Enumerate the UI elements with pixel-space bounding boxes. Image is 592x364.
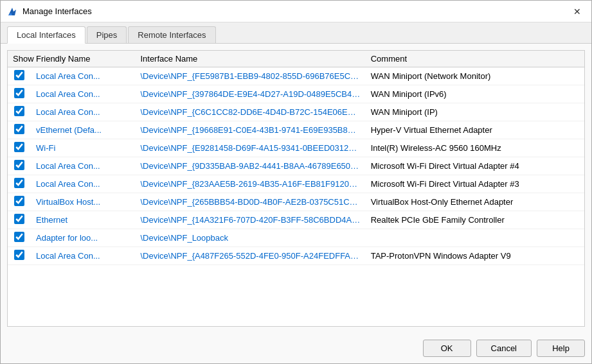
tab-remote-interfaces[interactable]: Remote Interfaces bbox=[128, 26, 215, 43]
manage-interfaces-window: Manage Interfaces ✕ Local Interfaces Pip… bbox=[0, 0, 592, 364]
table-row: Local Area Con...\Device\NPF_{9D335BAB-9… bbox=[8, 157, 584, 175]
col-interface-name: Interface Name bbox=[135, 51, 365, 67]
table-row: Local Area Con...\Device\NPF_{A487F265-5… bbox=[8, 247, 584, 265]
row-comment: WAN Miniport (Network Monitor) bbox=[366, 67, 584, 85]
help-button[interactable]: Help bbox=[537, 340, 585, 357]
table-row: Wi-Fi\Device\NPF_{E9281458-D69F-4A15-934… bbox=[8, 139, 584, 157]
table-row: VirtualBox Host...\Device\NPF_{265BBB54-… bbox=[8, 193, 584, 211]
row-interface-name: \Device\NPF_{FE5987B1-EBB9-4802-855D-696… bbox=[135, 67, 365, 85]
row-checkbox-cell bbox=[8, 175, 31, 193]
row-friendly-name: Local Area Con... bbox=[31, 175, 135, 193]
row-interface-name: \Device\NPF_{C6C1CC82-DD6E-4D4D-B72C-154… bbox=[135, 103, 365, 121]
row-checkbox-cell bbox=[8, 229, 31, 247]
interfaces-table: Show Friendly Name Interface Name Commen… bbox=[8, 51, 584, 265]
col-show: Show bbox=[8, 51, 31, 67]
row-checkbox[interactable] bbox=[14, 232, 24, 242]
row-friendly-name: vEthernet (Defa... bbox=[31, 121, 135, 139]
row-checkbox-cell bbox=[8, 247, 31, 265]
row-friendly-name: Local Area Con... bbox=[31, 103, 135, 121]
col-friendly-name: Friendly Name bbox=[31, 51, 135, 67]
row-checkbox[interactable] bbox=[14, 124, 24, 134]
row-checkbox[interactable] bbox=[14, 178, 24, 188]
row-checkbox[interactable] bbox=[14, 106, 24, 116]
row-comment: Microsoft Wi-Fi Direct Virtual Adapter #… bbox=[366, 175, 584, 193]
row-interface-name: \Device\NPF_{E9281458-D69F-4A15-9341-0BE… bbox=[135, 139, 365, 157]
table-row: Local Area Con...\Device\NPF_{C6C1CC82-D… bbox=[8, 103, 584, 121]
app-icon bbox=[7, 6, 17, 17]
row-checkbox[interactable] bbox=[14, 142, 24, 152]
row-friendly-name: Local Area Con... bbox=[31, 85, 135, 103]
row-checkbox-cell bbox=[8, 103, 31, 121]
table-row: Local Area Con...\Device\NPF_{FE5987B1-E… bbox=[8, 67, 584, 85]
row-interface-name: \Device\NPF_{14A321F6-707D-420F-B3FF-58C… bbox=[135, 211, 365, 229]
ok-button[interactable]: OK bbox=[423, 340, 471, 357]
row-friendly-name: Wi-Fi bbox=[31, 139, 135, 157]
row-friendly-name: VirtualBox Host... bbox=[31, 193, 135, 211]
row-comment: WAN Miniport (IP) bbox=[366, 103, 584, 121]
row-interface-name: \Device\NPF_{397864DE-E9E4-4D27-A19D-048… bbox=[135, 85, 365, 103]
row-checkbox[interactable] bbox=[14, 88, 24, 98]
row-comment: Realtek PCIe GbE Family Controller bbox=[366, 211, 584, 229]
table-row: Local Area Con...\Device\NPF_{397864DE-E… bbox=[8, 85, 584, 103]
row-comment bbox=[366, 229, 584, 247]
table-row: vEthernet (Defa...\Device\NPF_{19668E91-… bbox=[8, 121, 584, 139]
row-comment: TAP-ProtonVPN Windows Adapter V9 bbox=[366, 247, 584, 265]
row-checkbox-cell bbox=[8, 211, 31, 229]
row-checkbox[interactable] bbox=[14, 214, 24, 224]
row-checkbox-cell bbox=[8, 67, 31, 85]
row-friendly-name: Adapter for loo... bbox=[31, 229, 135, 247]
footer: OK Cancel Help bbox=[1, 333, 591, 363]
row-comment: Hyper-V Virtual Ethernet Adapter bbox=[366, 121, 584, 139]
row-comment: VirtualBox Host-Only Ethernet Adapter bbox=[366, 193, 584, 211]
row-friendly-name: Local Area Con... bbox=[31, 67, 135, 85]
row-checkbox-cell bbox=[8, 157, 31, 175]
table-header: Show Friendly Name Interface Name Commen… bbox=[8, 51, 584, 67]
row-comment: Microsoft Wi-Fi Direct Virtual Adapter #… bbox=[366, 157, 584, 175]
row-checkbox[interactable] bbox=[14, 70, 24, 80]
row-interface-name: \Device\NPF_{823AAE5B-2619-4B35-A16F-EB8… bbox=[135, 175, 365, 193]
table-row: Local Area Con...\Device\NPF_{823AAE5B-2… bbox=[8, 175, 584, 193]
row-checkbox-cell bbox=[8, 121, 31, 139]
row-checkbox[interactable] bbox=[14, 250, 24, 260]
tab-pipes[interactable]: Pipes bbox=[87, 26, 127, 43]
table-body: Local Area Con...\Device\NPF_{FE5987B1-E… bbox=[8, 67, 584, 265]
interfaces-table-container: Show Friendly Name Interface Name Commen… bbox=[7, 50, 585, 327]
col-comment: Comment bbox=[366, 51, 584, 67]
cancel-button[interactable]: Cancel bbox=[476, 340, 532, 357]
row-interface-name: \Device\NPF_{9D335BAB-9AB2-4441-B8AA-467… bbox=[135, 157, 365, 175]
row-checkbox-cell bbox=[8, 139, 31, 157]
row-checkbox-cell bbox=[8, 193, 31, 211]
row-checkbox-cell bbox=[8, 85, 31, 103]
row-interface-name: \Device\NPF_{A487F265-552D-4FE0-950F-A24… bbox=[135, 247, 365, 265]
row-checkbox[interactable] bbox=[14, 196, 24, 206]
close-button[interactable]: ✕ bbox=[570, 4, 585, 19]
table-row: Adapter for loo...\Device\NPF_Loopback bbox=[8, 229, 584, 247]
main-content: Show Friendly Name Interface Name Commen… bbox=[1, 44, 591, 333]
table-row: Ethernet\Device\NPF_{14A321F6-707D-420F-… bbox=[8, 211, 584, 229]
tab-local-interfaces[interactable]: Local Interfaces bbox=[7, 26, 85, 44]
window-title: Manage Interfaces bbox=[22, 6, 92, 16]
row-comment: WAN Miniport (IPv6) bbox=[366, 85, 584, 103]
row-interface-name: \Device\NPF_{19668E91-C0E4-43B1-9741-E69… bbox=[135, 121, 365, 139]
row-friendly-name: Local Area Con... bbox=[31, 157, 135, 175]
row-friendly-name: Ethernet bbox=[31, 211, 135, 229]
row-friendly-name: Local Area Con... bbox=[31, 247, 135, 265]
row-comment: Intel(R) Wireless-AC 9560 160MHz bbox=[366, 139, 584, 157]
row-interface-name: \Device\NPF_{265BBB54-BD0D-4B0F-AE2B-037… bbox=[135, 193, 365, 211]
row-checkbox[interactable] bbox=[14, 160, 24, 170]
row-interface-name: \Device\NPF_Loopback bbox=[135, 229, 365, 247]
title-bar: Manage Interfaces ✕ bbox=[1, 1, 591, 22]
tabs-bar: Local Interfaces Pipes Remote Interfaces bbox=[1, 22, 591, 44]
title-bar-left: Manage Interfaces bbox=[7, 6, 92, 17]
